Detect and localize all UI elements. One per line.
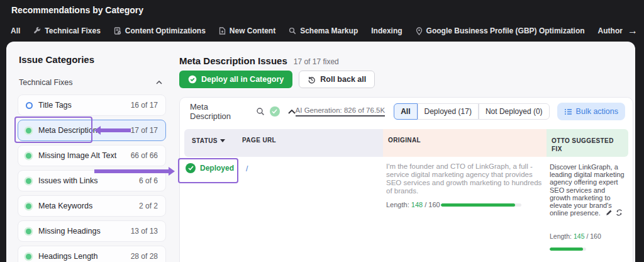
sidebar-item-count: 16 of 17 [131, 101, 158, 110]
tab-authority-building[interactable]: Authority Building (Hyp [598, 26, 623, 35]
sidebar-title: Issue Categories [19, 54, 94, 65]
tab-label: Google Business Profile (GBP) Optimizati… [426, 26, 585, 35]
ai-generation-quota[interactable]: AI Generation: 826 of 76.5K [296, 106, 386, 117]
tabs-scroll-right-icon[interactable]: → [623, 24, 638, 38]
file-plus-icon [219, 27, 226, 35]
document-check-icon [114, 27, 121, 35]
otto-row-actions [602, 209, 623, 217]
done-dot-icon [26, 203, 31, 209]
tab-all[interactable]: All [11, 26, 20, 35]
progress-ring-icon [26, 102, 33, 109]
original-length-progressbar [441, 203, 521, 207]
sidebar-item-count: 17 of 17 [131, 126, 158, 135]
main-header: Meta Description Issues 17 of 17 fixed [179, 55, 339, 66]
done-dot-icon [26, 229, 31, 234]
sidebar-item-issues-with-links[interactable]: Issues with Links 6 of 6 [18, 170, 166, 191]
segment-not-deployed[interactable]: Not Deployed (0) [479, 103, 550, 120]
length-value: 148 [411, 201, 423, 208]
rollback-history-icon [308, 76, 316, 84]
search-icon [289, 27, 296, 35]
location-pin-icon [416, 27, 423, 35]
sidebar-group-label: Technical Fixes [19, 78, 72, 87]
segment-deployed[interactable]: Deployed (17) [418, 103, 479, 120]
card-toolbar: Meta Description AI Generation: 826 of 7… [180, 98, 633, 125]
sort-caret-icon [220, 139, 225, 145]
done-dot-icon [26, 254, 31, 259]
action-buttons: Deploy all in Category Roll back all [179, 71, 375, 88]
sidebar-item-label: Missing Image Alt Text [38, 151, 116, 160]
otto-suggested-text: Discover LinkGraph, a leading digital ma… [550, 163, 626, 217]
sidebar-item-count: 2 of 2 [139, 202, 158, 210]
content-panel: Issue Categories Technical Fixes Title T… [6, 42, 635, 262]
header-status-url-group: STATUS PAGE URL [184, 129, 383, 157]
length-value: 145 [574, 232, 585, 240]
annotation-arrow-right [94, 169, 169, 173]
sidebar-item-label: Meta Keywords [38, 202, 92, 210]
tab-indexing[interactable]: Indexing [371, 26, 402, 35]
sidebar-item-missing-headings[interactable]: Missing Headings 13 of 13 [18, 220, 166, 242]
original-length: Length: 148 / 160 [386, 201, 440, 208]
sidebar-item-list: Title Tags 16 of 17 Meta Description 17 … [18, 94, 166, 262]
page-url-link[interactable]: / [246, 164, 248, 173]
sidebar-item-meta-keywords[interactable]: Meta Keywords 2 of 2 [18, 195, 166, 217]
column-otto-suggested-fix: OTTO SUGGESTED FIX [547, 129, 628, 157]
progress-fill [441, 203, 515, 207]
otto-length: Length: 145 / 160 [550, 232, 601, 240]
sidebar-group-technical-fixes[interactable]: Technical Fixes [19, 78, 162, 87]
issues-card: Meta Description AI Generation: 826 of 7… [179, 97, 633, 262]
sidebar-item-count: 28 of 28 [131, 252, 158, 261]
column-page-url: PAGE URL [242, 137, 276, 144]
done-dot-icon [26, 153, 31, 159]
sidebar-item-label: Missing Headings [38, 227, 101, 236]
done-dot-icon [26, 128, 31, 134]
deployed-check-icon [186, 163, 196, 173]
wrench-icon [33, 27, 41, 35]
segment-all[interactable]: All [394, 103, 417, 120]
original-meta-description: I'm the founder and CTO of LinkGraph, a … [386, 162, 543, 195]
main-title: Meta Description Issues [179, 55, 287, 66]
status-check-icon [270, 106, 280, 117]
column-status[interactable]: STATUS [184, 137, 242, 145]
tab-new-content[interactable]: New Content [219, 26, 275, 35]
tab-label: Indexing [371, 26, 402, 35]
category-tabs: All Technical Fixes Content Optimization… [11, 24, 623, 38]
tab-label: All [11, 26, 20, 35]
status-badge-deployed: Deployed [186, 163, 234, 173]
search-icon[interactable] [256, 107, 265, 116]
check-circle-icon [188, 75, 197, 84]
sidebar-item-label: Headings Length [38, 252, 98, 261]
otto-length-progressbar [550, 248, 586, 251]
tab-content-optimizations[interactable]: Content Optimizations [114, 26, 206, 35]
sidebar-item-missing-image-alt-text[interactable]: Missing Image Alt Text 66 of 66 [18, 145, 166, 166]
tab-label: Schema Markup [300, 26, 358, 35]
rollback-all-button[interactable]: Roll back all [299, 71, 375, 88]
collapse-chevron-up-icon[interactable] [288, 110, 296, 114]
tab-label: Authority Building (Hyp [598, 26, 623, 35]
sidebar-item-label: Meta Description [38, 126, 97, 135]
tab-schema-markup[interactable]: Schema Markup [289, 26, 358, 35]
tab-label: Content Optimizations [125, 26, 206, 35]
tab-technical-fixes[interactable]: Technical Fixes [33, 26, 100, 35]
edit-pencil-icon[interactable] [602, 209, 613, 217]
table-header: STATUS PAGE URL ORIGINAL OTTO SUGGESTED … [184, 129, 628, 157]
annotation-arrow-left [101, 128, 131, 132]
chevron-up-icon [156, 81, 162, 84]
sidebar-item-title-tags[interactable]: Title Tags 16 of 17 [18, 94, 166, 116]
done-dot-icon [26, 178, 31, 184]
sidebar-item-headings-length[interactable]: Headings Length 28 of 28 [18, 246, 166, 262]
tab-gbp-optimization[interactable]: Google Business Profile (GBP) Optimizati… [416, 26, 585, 35]
column-original: ORIGINAL [383, 129, 547, 157]
progress-fill [550, 248, 583, 251]
sidebar-item-meta-description[interactable]: Meta Description 17 of 17 [18, 120, 166, 141]
sidebar-item-count: 66 of 66 [131, 151, 158, 160]
sidebar-item-count: 6 of 6 [139, 176, 158, 185]
regenerate-refresh-icon[interactable] [613, 209, 623, 217]
bulk-list-icon [564, 108, 572, 115]
deploy-all-button[interactable]: Deploy all in Category [179, 71, 292, 88]
tab-label: New Content [230, 26, 275, 35]
app-window: Recommendations by Category All Technica… [0, 0, 644, 262]
bulk-actions-button[interactable]: Bulk actions [557, 103, 625, 120]
deploy-filter-segmented: All Deployed (17) Not Deployed (0) [394, 103, 549, 120]
tab-label: Technical Fixes [45, 26, 100, 35]
sidebar-item-label: Issues with Links [38, 176, 97, 185]
